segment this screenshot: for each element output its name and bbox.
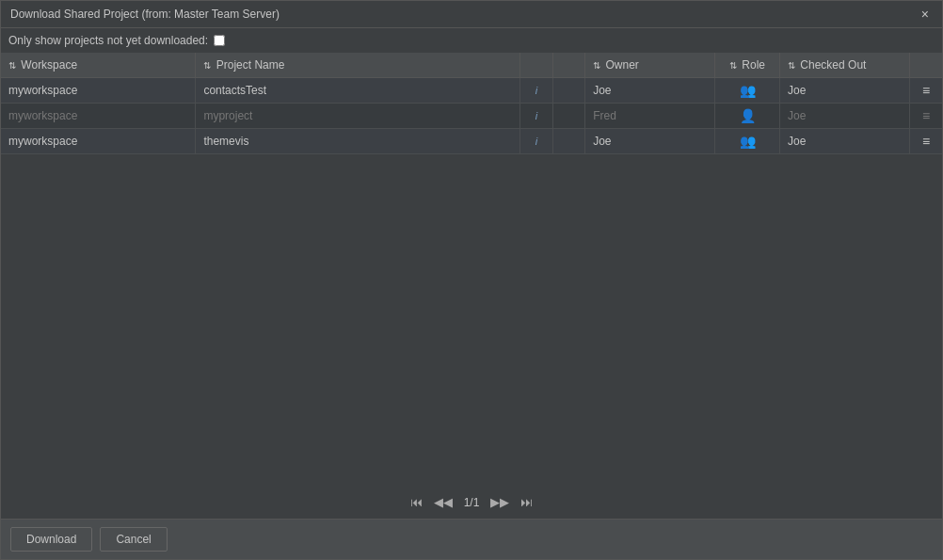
sort-icon-checkedout: ⇅ xyxy=(788,60,795,71)
role-icon: 👥 xyxy=(740,83,756,98)
sort-icon-owner: ⇅ xyxy=(593,60,600,71)
info-icon[interactable]: i xyxy=(535,110,537,121)
cell-empty xyxy=(552,78,584,104)
table-row[interactable]: myworkspace contactsTest i Joe 👥 Joe ≡ xyxy=(1,78,942,104)
cell-project: myproject xyxy=(196,104,520,129)
info-icon[interactable]: i xyxy=(535,136,537,147)
cell-checkedout: Joe xyxy=(780,104,910,129)
footer: Download Cancel xyxy=(1,519,942,559)
cell-project: themevis xyxy=(196,129,520,154)
sort-icon-workspace: ⇅ xyxy=(8,60,16,71)
col-header-info xyxy=(520,53,552,78)
col-header-checkedout[interactable]: ⇅ Checked Out xyxy=(780,53,910,78)
col-header-role[interactable]: ⇅ Role xyxy=(715,53,780,78)
col-header-workspace[interactable]: ⇅ Workspace xyxy=(1,53,196,78)
title-bar: Download Shared Project (from: Master Te… xyxy=(1,1,942,28)
cell-actions[interactable]: ≡ xyxy=(909,78,942,104)
sort-icon-project: ⇅ xyxy=(203,60,211,71)
cell-actions[interactable]: ≡ xyxy=(909,129,942,154)
actions-icon[interactable]: ≡ xyxy=(922,108,930,123)
col-header-actions xyxy=(909,53,942,78)
cell-workspace: myworkspace xyxy=(1,129,196,154)
table-wrapper: ⇅ Workspace ⇅ Project Name ⇅ Owner xyxy=(1,53,942,486)
cell-role: 👥 xyxy=(715,78,780,104)
role-icon: 👤 xyxy=(740,108,756,123)
cell-workspace: myworkspace xyxy=(1,104,196,129)
cell-checkedout: Joe xyxy=(780,78,910,104)
cell-owner: Joe xyxy=(585,78,715,104)
first-page-button[interactable]: ⏮ xyxy=(407,493,426,511)
dialog: Download Shared Project (from: Master Te… xyxy=(0,0,943,560)
cell-owner: Fred xyxy=(585,104,715,129)
cell-info[interactable]: i xyxy=(520,104,552,129)
filter-bar: Only show projects not yet downloaded: xyxy=(1,28,942,53)
actions-icon[interactable]: ≡ xyxy=(922,83,930,98)
sort-icon-role: ⇅ xyxy=(729,60,737,71)
cell-role: 👤 xyxy=(715,104,780,129)
cell-empty xyxy=(552,104,584,129)
projects-table: ⇅ Workspace ⇅ Project Name ⇅ Owner xyxy=(1,53,942,154)
cell-info[interactable]: i xyxy=(520,78,552,104)
cell-role: 👥 xyxy=(715,129,780,154)
cell-actions[interactable]: ≡ xyxy=(909,104,942,129)
prev-page-button[interactable]: ◀◀ xyxy=(430,493,456,511)
close-button[interactable]: × xyxy=(918,7,933,22)
cancel-button[interactable]: Cancel xyxy=(100,527,167,552)
next-page-button[interactable]: ▶▶ xyxy=(487,493,513,511)
cell-checkedout: Joe xyxy=(780,129,910,154)
table-row[interactable]: myworkspace themevis i Joe 👥 Joe ≡ xyxy=(1,129,942,154)
page-info: 1/1 xyxy=(464,496,480,509)
cell-workspace: myworkspace xyxy=(1,78,196,104)
cell-project: contactsTest xyxy=(196,78,520,104)
col-header-project[interactable]: ⇅ Project Name xyxy=(196,53,520,78)
col-header-owner[interactable]: ⇅ Owner xyxy=(585,53,715,78)
download-button[interactable]: Download xyxy=(10,527,92,552)
cell-info[interactable]: i xyxy=(520,129,552,154)
pagination: ⏮ ◀◀ 1/1 ▶▶ ⏭ xyxy=(1,486,942,519)
filter-checkbox[interactable] xyxy=(214,35,225,46)
col-header-empty xyxy=(552,53,584,78)
cell-empty xyxy=(552,129,584,154)
dialog-title: Download Shared Project (from: Master Te… xyxy=(10,8,280,21)
actions-icon[interactable]: ≡ xyxy=(922,134,930,149)
table-header-row: ⇅ Workspace ⇅ Project Name ⇅ Owner xyxy=(1,53,942,78)
last-page-button[interactable]: ⏭ xyxy=(517,493,536,511)
role-icon: 👥 xyxy=(740,134,756,149)
table-row[interactable]: myworkspace myproject i Fred 👤 Joe ≡ xyxy=(1,104,942,129)
content-area: ⇅ Workspace ⇅ Project Name ⇅ Owner xyxy=(1,53,942,519)
info-icon[interactable]: i xyxy=(535,85,537,96)
filter-label: Only show projects not yet downloaded: xyxy=(8,34,208,47)
cell-owner: Joe xyxy=(585,129,715,154)
